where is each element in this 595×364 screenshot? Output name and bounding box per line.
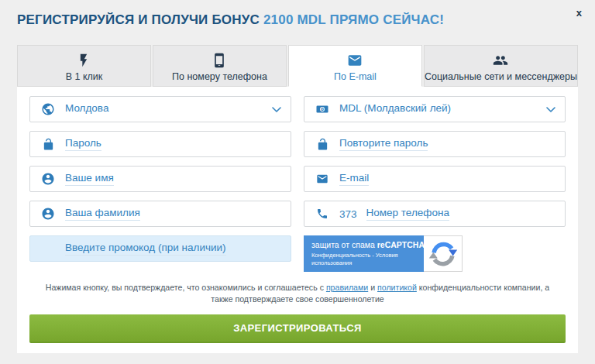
recaptcha-widget[interactable]: защита от спама reCAPTCHA Конфиденциальн… [304, 235, 468, 272]
chevron-down-icon[interactable] [272, 102, 281, 116]
person-icon [41, 207, 55, 221]
recaptcha-privacy-link[interactable]: Конфиденциальность [311, 252, 370, 259]
password-repeat-placeholder: Повторите пароль [339, 137, 428, 151]
tab-label: По E-mail [334, 71, 377, 82]
tab-label: Социальные сети и мессенджеры [425, 71, 577, 82]
banknote-icon: 0 [315, 102, 329, 116]
privacy-policy-link[interactable]: политикой [377, 283, 417, 292]
title-bonus: 2100 MDL ПРЯМО СЕЙЧАС! [263, 12, 444, 27]
phone-placeholder: Номер телефона [366, 207, 449, 221]
registration-modal: РЕГИСТРИРУЙСЯ И ПОЛУЧИ БОНУС 2100 MDL ПР… [0, 0, 595, 364]
recaptcha-arrows-icon [424, 235, 463, 272]
currency-select[interactable]: 0 MDL (Молдавский лей) [304, 96, 566, 122]
tab-email[interactable]: По E-mail [288, 45, 422, 87]
lock-open-icon [41, 137, 55, 151]
recaptcha-links: Конфиденциальность - Условия использован… [311, 252, 418, 267]
person-icon [41, 172, 55, 186]
globe-icon [41, 102, 55, 116]
title-main: РЕГИСТРИРУЙСЯ И ПОЛУЧИ БОНУС [17, 12, 260, 27]
lock-open-icon [315, 137, 329, 151]
recaptcha-text-block: защита от спама reCAPTCHA Конфиденциальн… [304, 235, 424, 272]
email-field[interactable]: E-mail [304, 166, 566, 192]
first-name-field[interactable]: Ваше имя [29, 166, 291, 192]
people-group-icon [491, 51, 510, 68]
form-grid: Молдова 0 MDL (Молдавский лей) Пароль [29, 96, 566, 272]
lightning-icon [76, 51, 91, 68]
promo-code-field[interactable]: Введите промокод (при наличии) [29, 235, 291, 262]
recaptcha-title: защита от спама reCAPTCHA [311, 240, 418, 249]
smartphone-icon [212, 51, 227, 68]
chevron-down-icon[interactable] [546, 102, 555, 116]
tab-phone-number[interactable]: По номеру телефона [153, 45, 287, 87]
registration-form-panel: Молдова 0 MDL (Молдавский лей) Пароль [17, 87, 578, 353]
password-placeholder: Пароль [65, 137, 101, 151]
email-placeholder: E-mail [339, 172, 369, 186]
country-value: Молдова [65, 102, 108, 115]
currency-value: MDL (Молдавский лей) [339, 102, 451, 115]
svg-text:0: 0 [321, 107, 324, 112]
envelope-icon [315, 172, 329, 186]
tab-social-networks[interactable]: Социальные сети и мессенджеры [424, 45, 578, 87]
password-field[interactable]: Пароль [29, 131, 291, 157]
password-repeat-field[interactable]: Повторите пароль [304, 131, 566, 157]
last-name-field[interactable]: Ваша фамилия [29, 201, 291, 227]
modal-header: РЕГИСТРИРУЙСЯ И ПОЛУЧИ БОНУС 2100 MDL ПР… [0, 0, 595, 45]
tab-one-click[interactable]: В 1 клик [17, 45, 151, 87]
promo-placeholder: Введите промокод (при наличии) [65, 242, 226, 256]
envelope-icon [346, 51, 363, 68]
legal-text: Нажимая кнопку, вы подтверждаете, что оз… [37, 282, 558, 306]
register-button[interactable]: ЗАРЕГИСТРИРОВАТЬСЯ [29, 314, 566, 343]
registration-tabs: В 1 клик По номеру телефона По E-mail Со… [17, 45, 578, 87]
phone-field[interactable]: 373 Номер телефона [304, 201, 566, 227]
tab-label: В 1 клик [66, 71, 103, 82]
close-icon[interactable]: x [573, 5, 585, 21]
country-select[interactable]: Молдова [29, 96, 291, 122]
tab-label: По номеру телефона [172, 71, 267, 82]
phone-icon [315, 207, 329, 221]
page-title: РЕГИСТРИРУЙСЯ И ПОЛУЧИ БОНУС 2100 MDL ПР… [17, 12, 578, 28]
phone-country-code: 373 [339, 208, 357, 220]
rules-link[interactable]: правилами [326, 283, 368, 292]
first-name-placeholder: Ваше имя [65, 172, 114, 186]
last-name-placeholder: Ваша фамилия [65, 207, 140, 221]
